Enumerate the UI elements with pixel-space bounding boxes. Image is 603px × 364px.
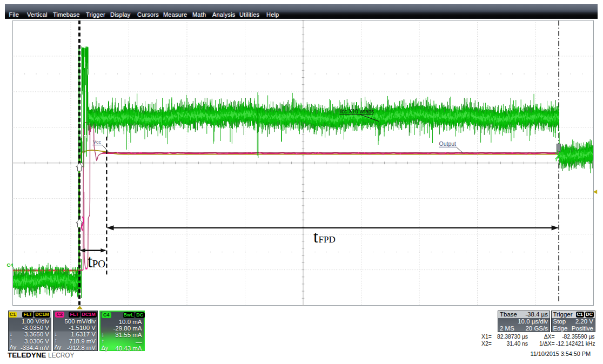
svg-text:Icc X10 wraps: Icc X10 wraps [340,109,374,114]
svg-text:t: t [313,227,318,246]
svg-text:Output: Output [439,140,457,147]
svg-text:Vcc: Vcc [93,139,102,145]
svg-text:FPD: FPD [319,234,336,245]
svg-text:t: t [88,252,92,271]
svg-text:PO: PO [92,258,105,269]
svg-text:C4: C4 [7,262,14,268]
